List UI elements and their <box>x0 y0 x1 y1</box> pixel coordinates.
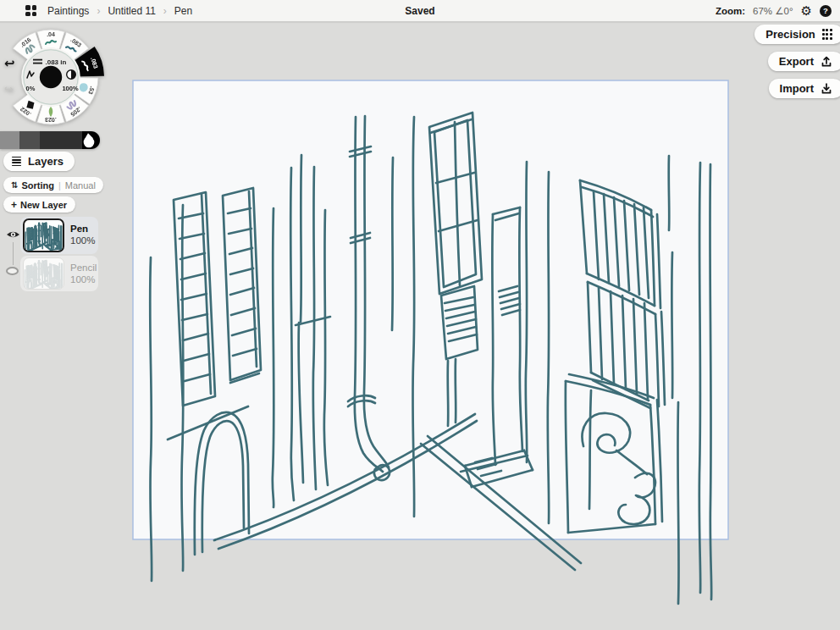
layer-opacity: 100% <box>70 274 95 285</box>
layers-menu-button[interactable]: Layers <box>3 152 75 171</box>
save-status: Saved <box>405 5 434 17</box>
layer-visibility-eye-icon[interactable] <box>6 229 20 240</box>
breadcrumb-pen[interactable]: Pen <box>174 5 192 17</box>
redo-button[interactable]: ↪ <box>4 83 14 96</box>
settings-gear-icon[interactable]: ⚙ <box>801 4 812 17</box>
shade-segment[interactable] <box>40 131 82 149</box>
shade-segment[interactable] <box>0 131 19 149</box>
breadcrumb-paintings[interactable]: Paintings <box>47 5 89 17</box>
layer-thumbnail-pen[interactable] <box>23 218 64 252</box>
sort-arrows-icon: ⇅ <box>11 180 18 190</box>
precision-label: Precision <box>765 28 815 41</box>
topbar-right-group: Zoom: 67% ∠0° ⚙ ? <box>716 4 840 17</box>
size-readout-value: .083 in <box>46 58 67 66</box>
export-icon <box>821 56 832 68</box>
zoom-label: Zoom: <box>716 6 745 16</box>
undo-button[interactable]: ↩ <box>4 56 15 70</box>
precision-button[interactable]: Precision <box>754 25 840 44</box>
layer-connector-line <box>13 242 14 265</box>
shade-segment[interactable] <box>19 131 40 149</box>
plus-icon: + <box>11 199 17 211</box>
sorting-label: Sorting <box>21 180 54 191</box>
zoom-value[interactable]: 67% ∠0° <box>753 5 793 17</box>
hamburger-menu-icon <box>12 155 21 168</box>
layers-title: Layers <box>28 155 64 168</box>
layer-hidden-eye-icon[interactable] <box>6 267 19 275</box>
import-icon <box>821 83 832 95</box>
layer-name: Pen <box>70 224 88 234</box>
artboard <box>0 21 840 630</box>
layer-opacity: 100% <box>70 235 95 246</box>
layer-thumbnail-pencil[interactable] <box>23 257 64 290</box>
chevron-right-icon: › <box>163 5 167 17</box>
precision-dots-icon <box>822 29 832 39</box>
shade-slider[interactable] <box>0 131 100 149</box>
current-color-swatch[interactable] <box>40 66 62 88</box>
layer-name: Pencil <box>70 262 97 273</box>
breadcrumb: Paintings › Untitled 11 › Pen <box>0 5 192 17</box>
sorting-mode: Manual <box>65 180 96 191</box>
chevron-right-icon: › <box>97 5 100 17</box>
brush-preset-label: .023 <box>45 117 57 123</box>
import-label: Import <box>780 82 814 95</box>
contrast-icon <box>67 70 76 80</box>
pressure-max-value[interactable]: 100% <box>62 85 79 92</box>
pressure-min-value[interactable]: 0% <box>26 85 36 92</box>
export-label: Export <box>779 55 814 68</box>
apps-grid-icon[interactable] <box>25 5 36 16</box>
sorting-divider: | <box>58 180 61 191</box>
export-button[interactable]: Export <box>768 52 840 71</box>
tool-wheel: .016.04.083.083.53.205.023.022 .083 in 0… <box>3 24 104 134</box>
top-bar: Paintings › Untitled 11 › Pen Saved Zoom… <box>0 0 840 22</box>
import-button[interactable]: Import <box>769 79 840 98</box>
breadcrumb-untitled[interactable]: Untitled 11 <box>108 5 155 17</box>
sorting-button[interactable]: ⇅ Sorting | Manual <box>3 177 103 193</box>
brush-preset-label: .04 <box>47 31 55 37</box>
new-layer-label: New Layer <box>20 200 67 210</box>
help-icon[interactable]: ? <box>820 5 832 17</box>
new-layer-button[interactable]: + New Layer <box>3 196 75 213</box>
